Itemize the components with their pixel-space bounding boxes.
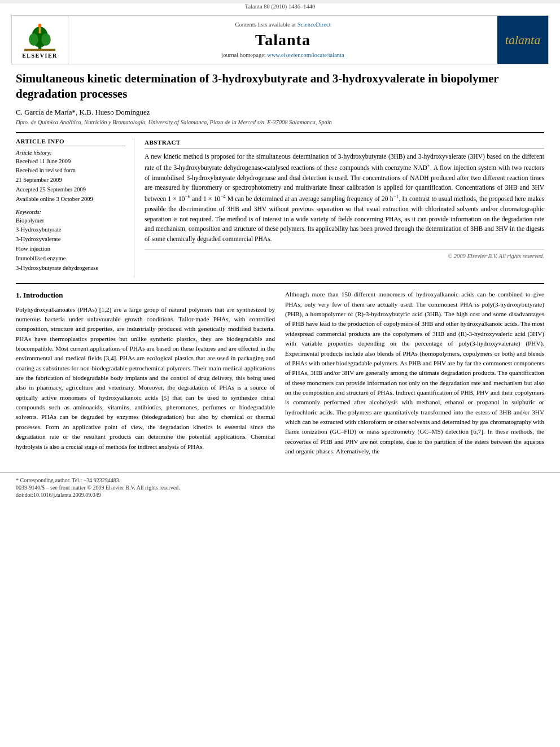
authors-text: C. García de María*, K.B. Hueso Domíngue… bbox=[16, 108, 150, 116]
article-info-abstract-section: ARTICLE INFO Article history: Received 1… bbox=[16, 132, 544, 278]
abstract-column: ABSTRACT A new kinetic method is propose… bbox=[145, 138, 544, 278]
footnote-corresponding: * Corresponding author. Tel.: +34 923294… bbox=[16, 477, 544, 483]
elsevier-logo-area: 0039-9140/$ – see front matter © 2009 El… bbox=[12, 16, 68, 64]
contents-label: Contents lists available at bbox=[235, 21, 296, 28]
journal-homepage-line: journal homepage: www.elsevier.com/locat… bbox=[221, 52, 344, 58]
homepage-link[interactable]: www.elsevier.com/locate/talanta bbox=[267, 52, 344, 58]
journal-name: Talanta bbox=[255, 31, 310, 49]
keyword-1: Biopolymer bbox=[16, 216, 126, 226]
contents-available-line: Contents lists available at ScienceDirec… bbox=[235, 21, 330, 28]
keywords-block: Keywords: Biopolymer 3-Hydroxybutyrate 3… bbox=[16, 209, 126, 273]
abstract-heading: ABSTRACT bbox=[145, 138, 544, 149]
copyright-line: © 2009 Elsevier B.V. All rights reserved… bbox=[145, 249, 544, 261]
accepted-date: Accepted 25 September 2009 bbox=[16, 185, 126, 195]
keyword-5: Immobilised enzyme bbox=[16, 254, 126, 264]
doi-value: doi:10.1016/j.talanta.2009.09.049 bbox=[25, 492, 101, 498]
article-body: Simultaneous kinetic determination of 3-… bbox=[0, 64, 560, 472]
authors-line: C. García de María*, K.B. Hueso Domíngue… bbox=[16, 108, 544, 117]
right-col-para-1: Although more than 150 different monomer… bbox=[285, 290, 544, 456]
svg-point-2 bbox=[29, 33, 38, 46]
keyword-4: Flow injection bbox=[16, 244, 126, 254]
keyword-3: 3-Hydroxyvalerate bbox=[16, 235, 126, 244]
article-info-heading: ARTICLE INFO bbox=[16, 138, 126, 146]
article-title: Simultaneous kinetic determination of 3-… bbox=[16, 71, 544, 102]
svg-point-3 bbox=[41, 33, 51, 46]
received-date: Received 11 June 2009 bbox=[16, 157, 126, 167]
sciencedirect-text: ScienceDirect bbox=[298, 21, 331, 28]
main-col-right: Although more than 150 different monomer… bbox=[285, 290, 544, 461]
received-revised-date: 21 September 2009 bbox=[16, 176, 126, 185]
article-history-label: Article history: bbox=[16, 150, 126, 156]
journal-header-banner: 0039-9140/$ – see front matter © 2009 El… bbox=[11, 15, 549, 64]
citation-line: Talanta 80 (2010) 1436–1440 bbox=[0, 3, 560, 10]
keywords-label: Keywords: bbox=[16, 209, 126, 215]
sciencedirect-link[interactable]: ScienceDirect bbox=[298, 21, 331, 28]
elsevier-tree-icon bbox=[24, 21, 55, 53]
keywords-list: Biopolymer 3-Hydroxybutyrate 3-Hydroxyva… bbox=[16, 216, 126, 273]
received-revised-label: Received in revised form bbox=[16, 166, 126, 176]
elsevier-logo: 0039-9140/$ – see front matter © 2009 El… bbox=[22, 21, 58, 59]
journal-title-area: Contents lists available at ScienceDirec… bbox=[68, 16, 497, 64]
footer-doi: doi:doi:10.1016/j.talanta.2009.09.049 bbox=[16, 492, 544, 498]
article-info-column: ARTICLE INFO Article history: Received 1… bbox=[16, 138, 134, 278]
keyword-2: 3-Hydroxybutyrate bbox=[16, 225, 126, 235]
keyword-6: 3-Hydroxybutyrate dehydrogenase bbox=[16, 264, 126, 273]
main-text-section: 1. Introduction Polyhydroxyalkanoates (P… bbox=[16, 283, 544, 461]
homepage-url: www.elsevier.com/locate/talanta bbox=[267, 52, 344, 58]
footer-issn: 0039-9140/$ – see front matter © 2009 El… bbox=[16, 484, 544, 491]
svg-rect-4 bbox=[24, 49, 55, 51]
svg-point-6 bbox=[38, 23, 42, 27]
article-page: Talanta 80 (2010) 1436–1440 0039-9140/$ … bbox=[0, 3, 560, 747]
available-date: Available online 3 October 2009 bbox=[16, 195, 126, 204]
article-footer: * Corresponding author. Tel.: +34 923294… bbox=[0, 472, 560, 503]
intro-paragraph-1: Polyhydroxyalkanoates (PHAs) [1,2] are a… bbox=[16, 305, 275, 452]
abstract-text: A new kinetic method is proposed for the… bbox=[145, 152, 544, 244]
article-history-block: Article history: Received 11 June 2009 R… bbox=[16, 150, 126, 204]
main-col-left: 1. Introduction Polyhydroxyalkanoates (P… bbox=[16, 290, 275, 461]
affiliation-line: Dpto. de Química Analítica, Nutrición y … bbox=[16, 119, 544, 125]
citation-text: Talanta 80 (2010) 1436–1440 bbox=[245, 3, 315, 10]
journal-badge: talanta bbox=[497, 16, 548, 64]
elsevier-label: ELSEVIER bbox=[22, 53, 58, 59]
homepage-label: journal homepage: bbox=[221, 52, 265, 58]
talanta-badge-text: talanta bbox=[505, 33, 540, 47]
section1-title: 1. Introduction bbox=[16, 290, 275, 301]
article-history-dates: Received 11 June 2009 Received in revise… bbox=[16, 157, 126, 204]
